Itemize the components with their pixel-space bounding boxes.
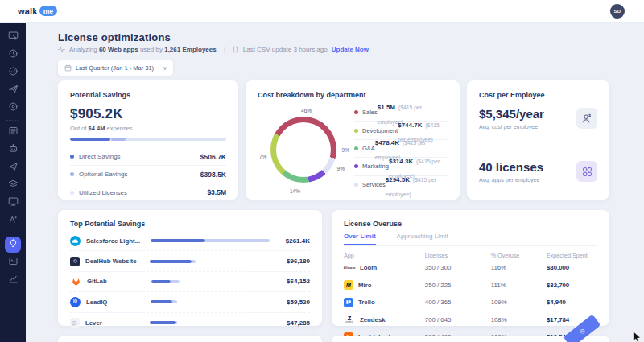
bot-icon — [8, 142, 19, 157]
legend-dot — [354, 183, 358, 187]
top-savings-row[interactable]: Lever $47,285 — [70, 313, 310, 333]
sidebar-item-app-card[interactable] — [5, 254, 21, 270]
top-savings-row[interactable]: Salesforce Light... $261.4K — [70, 231, 310, 251]
target-circle-icon — [8, 101, 19, 115]
legend-dot — [70, 172, 74, 176]
app-name: DealHub Website — [85, 258, 148, 265]
pct-label-sales: 46% — [301, 108, 312, 113]
insights-bulb-icon — [8, 237, 19, 252]
sidebar-item-insights-bulb[interactable] — [5, 237, 21, 253]
savings-bar — [151, 300, 270, 303]
savings-legend: Direct Savings $506.7K Optional Savings … — [70, 148, 226, 201]
balloon-icon: ◎ — [578, 327, 586, 335]
app-name: Zendesk — [360, 316, 386, 323]
tab-approaching-limit[interactable]: Approaching Limit — [397, 233, 448, 245]
legend-dot — [354, 110, 358, 114]
analytics-chart-icon — [8, 273, 19, 287]
top-savings-row[interactable]: GitLab $64,152 — [70, 272, 310, 292]
app-name: Salesforce Light... — [86, 237, 149, 245]
sidebar-item-shoutout-plane[interactable] — [5, 159, 21, 175]
potential-savings-card: Potential Savings $905.2K Out of $4.4M e… — [58, 80, 238, 200]
licenses-cell: 350 / 300 — [425, 264, 491, 271]
sidebar-item-surveys-screen[interactable] — [5, 195, 21, 211]
sidebar-item-text-sparkle[interactable] — [5, 212, 21, 229]
sidebar-item-history-clock[interactable] — [5, 47, 21, 63]
sidebar-divider — [6, 233, 19, 233]
license-overuse-row[interactable]: MMiro 250 / 225 111% $32,700 — [344, 277, 597, 295]
savings-value: $96,180 — [278, 258, 310, 265]
savings-legend-row: Utilized Licenses $3.5M — [70, 183, 226, 201]
legend-label: Direct Savings — [79, 153, 121, 160]
savings-bar-dark — [151, 300, 172, 303]
screen-share-icon — [8, 30, 19, 44]
gitlab-icon — [70, 276, 81, 287]
legend-value: $506.7K — [200, 153, 226, 161]
column-header: Expected Spent — [547, 252, 597, 259]
meta-divider: | — [224, 46, 225, 53]
app-name: LeadIQ — [86, 299, 149, 306]
savings-bar-light — [172, 300, 177, 303]
department-name: Services — [362, 181, 386, 188]
department-name: Sales — [362, 109, 378, 116]
overuse-cell: 116% — [491, 264, 547, 271]
top-savings-row[interactable]: IQ LeadIQ $59,520 — [70, 292, 310, 312]
app-name: GitLab — [87, 278, 150, 285]
legend-dot — [354, 129, 358, 133]
savings-bar-dark — [151, 280, 171, 283]
sidebar-divider — [6, 120, 19, 121]
license-overuse-card: License Overuse Over LimitApproaching Li… — [332, 210, 609, 326]
date-range-select[interactable]: Last Quarter (Jan 1 - Mar 31) ∨ — [58, 60, 173, 76]
licenses-cell: 700 / 645 — [425, 316, 491, 323]
potential-savings-title: Potential Savings — [70, 91, 226, 99]
license-overuse-row[interactable]: Trello 400 / 365 109% $4,940 — [344, 294, 597, 311]
sidebar-item-target-circle[interactable] — [5, 100, 21, 116]
donut-ring — [270, 117, 336, 183]
date-range-label: Last Quarter (Jan 1 - Mar 31) — [76, 64, 154, 72]
user-avatar[interactable]: SD — [610, 4, 625, 19]
savings-value: $47,285 — [278, 319, 310, 327]
top-savings-title: Top Potential Savings — [70, 220, 310, 228]
logo-badge: me — [39, 6, 57, 16]
tab-over-limit[interactable]: Over Limit — [344, 233, 376, 245]
pct-label-marketing: 9% — [337, 166, 345, 171]
dealhub-icon — [70, 257, 80, 266]
sidebar — [0, 0, 26, 342]
department-cost: $294.5K — [386, 176, 410, 183]
activity-pulse-icon — [58, 46, 65, 53]
calendar-icon — [64, 64, 72, 72]
lever-icon — [70, 318, 80, 328]
top-savings-list: Salesforce Light... $261.4K DealHub Webs… — [70, 231, 310, 333]
clipped-card-left — [58, 336, 322, 342]
check-circle-icon — [8, 65, 19, 80]
sidebar-item-check-circle[interactable] — [5, 64, 21, 80]
license-overuse-row[interactable]: ZzendeskZendesk 700 / 645 108% $17,784 — [344, 311, 597, 329]
sidebar-item-launcher-plane[interactable] — [5, 82, 21, 98]
update-now-link[interactable]: Update Now — [332, 46, 369, 53]
top-savings-row[interactable]: DealHub Website $96,180 — [70, 251, 310, 271]
potential-savings-amount: $905.2K — [70, 106, 226, 122]
savings-legend-row: Direct Savings $506.7K — [70, 148, 226, 166]
license-overuse-row[interactable]: ⊛loomLoom 350 / 300 116% $80,000 — [344, 259, 597, 277]
sidebar-item-screen-share[interactable] — [5, 29, 21, 45]
license-overuse-tabs: Over LimitApproaching Limit — [344, 233, 597, 246]
logo-text: walk — [18, 6, 38, 16]
trello-icon — [344, 298, 353, 307]
sidebar-item-newsfeed[interactable] — [5, 124, 21, 140]
savings-value: $64,152 — [278, 278, 310, 285]
miro-icon: M — [344, 280, 353, 290]
column-header: Licenses — [425, 252, 491, 259]
legend-value: $3.5M — [207, 188, 226, 196]
savings-bar-dark — [151, 239, 205, 242]
sidebar-item-bot[interactable] — [5, 142, 21, 158]
app-name: Miro — [358, 282, 371, 289]
topbar: walk me SD — [0, 0, 644, 23]
department-name: Marketing — [362, 163, 389, 170]
salesforce-icon — [70, 236, 80, 246]
expected-spent-cell: $4,940 — [547, 299, 597, 306]
sidebar-item-layers[interactable] — [5, 177, 21, 193]
savings-progress-bar — [70, 138, 226, 141]
top-potential-savings-card: Top Potential Savings Salesforce Light..… — [58, 210, 322, 326]
app-name: Trello — [358, 299, 375, 306]
sidebar-item-analytics-chart[interactable] — [5, 272, 21, 288]
pct-label-ga: 14% — [290, 188, 300, 194]
